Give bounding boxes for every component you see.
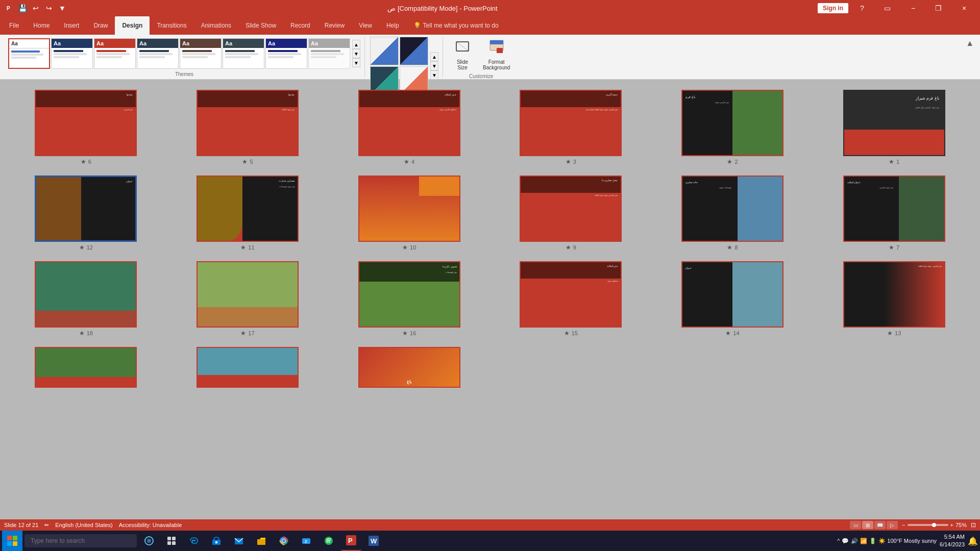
tray-battery-icon[interactable]: 🔋 [869, 538, 876, 544]
variant-2[interactable] [400, 37, 428, 65]
tab-home[interactable]: Home [26, 16, 57, 35]
slide-thumb-19[interactable]: باغ [358, 347, 460, 388]
language[interactable]: English (United States) [55, 522, 113, 528]
presentation-button[interactable]: ▷ [887, 521, 898, 529]
slide-thumb-6[interactable]: محتوا متن فارسی [35, 90, 137, 156]
tab-animations[interactable]: Animations [194, 16, 238, 35]
zoom-level[interactable]: 75% [955, 522, 967, 528]
taskbar-icon-word[interactable]: W [363, 531, 384, 551]
taskbar-icon-zoom[interactable]: Z [296, 531, 316, 551]
slide-size-button[interactable]: SlideSize [448, 37, 477, 72]
tab-tell-me[interactable]: 💡 Tell me what you want to do [406, 16, 506, 35]
slide-wrapper-13[interactable]: متن فارسی نمونه برای اسلاید ★ 13 [818, 261, 970, 337]
tab-draw[interactable]: Draw [86, 16, 115, 35]
zoom-out-icon[interactable]: − [902, 522, 905, 528]
variants-scroll[interactable]: ▲ ▼ ▼ [430, 52, 438, 80]
tab-insert[interactable]: Insert [57, 16, 86, 35]
slide-wrapper-6[interactable]: محتوا متن فارسی ★ 6 [10, 90, 162, 165]
tab-review[interactable]: Review [317, 16, 352, 35]
sign-in-button[interactable]: Sign in [818, 3, 848, 13]
zoom-in-icon[interactable]: + [950, 522, 953, 528]
start-button[interactable] [2, 531, 22, 551]
tab-slideshow[interactable]: Slide Show [238, 16, 283, 35]
variants-scroll-up[interactable]: ▲ [430, 52, 438, 61]
theme-item-6[interactable]: Aa [223, 38, 264, 69]
slide-wrapper-19[interactable]: باغ ★ 19 [333, 347, 485, 396]
taskbar-icon-mail[interactable] [229, 531, 249, 551]
taskbar-icon-powerpoint[interactable]: P [341, 531, 361, 551]
variant-1[interactable] [370, 37, 399, 65]
tab-design[interactable]: Design [115, 16, 150, 35]
slide-thumb-16[interactable]: تصویر باغ زیبا متن توضیحات [358, 261, 460, 328]
themes-scroll[interactable]: ▲ ▼ ▼ [352, 40, 360, 67]
variants-scroll-more[interactable]: ▼ [430, 70, 438, 80]
slide-wrapper-10[interactable]: ★ 10 [333, 176, 485, 251]
taskbar-icon-chrome[interactable] [274, 531, 294, 551]
slide-thumb-1[interactable]: باغ فرم شیراز متن نمونه فارسی برای نمایش [843, 90, 945, 156]
slide-wrapper-20[interactable]: ★ 20 [172, 347, 324, 396]
fit-slide-button[interactable]: ⊡ [971, 521, 976, 529]
slide-wrapper-5[interactable]: محتوا متن نمونه اسلاید ★ 5 [172, 90, 324, 165]
slide-thumb-21[interactable] [35, 347, 137, 388]
theme-item-2[interactable]: Aa [51, 38, 93, 69]
save-icon[interactable]: 💾 [17, 3, 28, 13]
tray-chevron[interactable]: ^ [838, 538, 840, 544]
theme-item-5[interactable]: Aa [180, 38, 222, 69]
tray-network-icon[interactable]: 📶 [860, 538, 867, 544]
slide-wrapper-2[interactable]: باغ فرم متن فارسی نمونه ★ 2 [657, 90, 808, 165]
slide-thumb-14[interactable]: عنوان [681, 261, 783, 328]
slide-thumb-12[interactable]: عنوان [35, 176, 137, 242]
slide-thumb-7[interactable]: عنوان اسلاید متن نمونه فارسی [843, 176, 945, 242]
close-button[interactable]: × [952, 0, 976, 16]
slide-thumb-11[interactable]: معماری عمارت متن نمونه توضیحات [197, 176, 299, 242]
slide-thumb-5[interactable]: محتوا متن نمونه اسلاید [197, 90, 299, 156]
slide-thumb-13[interactable]: متن فارسی نمونه برای اسلاید [843, 261, 945, 328]
themes-scroll-down[interactable]: ▼ [352, 49, 360, 58]
slide-sorter-button[interactable]: ⊞ [862, 521, 873, 529]
notification-icon[interactable]: 🔔 [968, 536, 978, 546]
taskbar-icon-cortana[interactable] [139, 531, 159, 551]
slide-wrapper-21[interactable]: ★ 21 [10, 347, 162, 396]
redo-icon[interactable]: ↪ [44, 3, 54, 13]
slide-wrapper-12[interactable]: عنوان ★ 12 [10, 176, 162, 251]
slide-edit-icon[interactable]: ✏ [44, 522, 49, 529]
theme-item-3[interactable]: Aa [94, 38, 136, 69]
slide-wrapper-17[interactable]: ★ 17 [172, 261, 324, 337]
tab-help[interactable]: Help [379, 16, 406, 35]
ribbon-collapse-button[interactable]: ▲ [966, 39, 974, 48]
slide-wrapper-4[interactable]: متن اسلاید محتوای فارسی نمونه ★ 4 [333, 90, 485, 165]
tab-file[interactable]: File [2, 16, 26, 35]
taskbar-icon-store[interactable] [206, 531, 227, 551]
variants-scroll-down[interactable]: ▼ [430, 61, 438, 70]
themes-scroll-up[interactable]: ▲ [352, 40, 360, 49]
slide-wrapper-8[interactable]: خانه معلری توضیحات نمونه ★ 8 [657, 176, 808, 251]
slide-wrapper-18[interactable]: ★ 18 [10, 261, 162, 337]
slide-thumb-2[interactable]: باغ فرم متن فارسی نمونه [681, 90, 783, 156]
slide-wrapper-15[interactable]: متن اسلاید محتوای نمونه ★ 15 [495, 261, 647, 337]
slide-wrapper-9[interactable]: محل معلری بنا متن فارسی نمونه برای اسلای… [495, 176, 647, 251]
tab-record[interactable]: Record [283, 16, 317, 35]
theme-item-4[interactable]: Aa [137, 38, 179, 69]
taskbar-icon-explorer[interactable] [251, 531, 272, 551]
slide-thumb-10[interactable] [358, 176, 460, 242]
normal-view-button[interactable]: ▭ [850, 521, 861, 529]
slide-wrapper-11[interactable]: معماری عمارت متن نمونه توضیحات ★ 11 [172, 176, 324, 251]
restore-button[interactable]: ❐ [927, 0, 950, 16]
taskbar-search-input[interactable] [24, 534, 137, 547]
tab-view[interactable]: View [352, 16, 379, 35]
zoom-control[interactable]: − + 75% [902, 522, 967, 528]
theme-item-8[interactable]: Aa [308, 38, 350, 69]
slide-thumb-8[interactable]: خانه معلری توضیحات نمونه [681, 176, 783, 242]
slide-wrapper-7[interactable]: عنوان اسلاید متن نمونه فارسی ★ 7 [818, 176, 970, 251]
slide-wrapper-16[interactable]: تصویر باغ زیبا متن توضیحات ★ 16 [333, 261, 485, 337]
taskbar-icon-edge[interactable] [184, 531, 204, 551]
clock[interactable]: 5:54 AM 6/14/2023 [940, 533, 965, 549]
slide-wrapper-3[interactable]: نتیجه گیری متن فارسی نمونه برای اسلاید ش… [495, 90, 647, 165]
slide-thumb-18[interactable] [35, 261, 137, 328]
slide-thumb-17[interactable] [197, 261, 299, 328]
minimize-button[interactable]: − [901, 0, 925, 16]
reading-view-button[interactable]: 📖 [874, 521, 886, 529]
ribbon-toggle-icon[interactable]: ▭ [876, 0, 899, 16]
slide-sorter-area[interactable]: باغ فرم شیراز متن نمونه فارسی برای نمایش… [0, 80, 980, 519]
slide-thumb-9[interactable]: محل معلری بنا متن فارسی نمونه برای اسلای… [520, 176, 622, 242]
